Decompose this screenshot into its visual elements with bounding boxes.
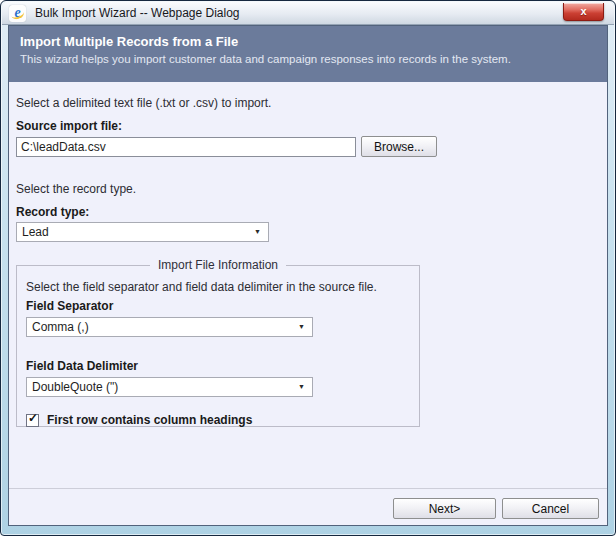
page-subtitle: This wizard helps you import customer da… xyxy=(20,53,596,65)
field-delimiter-select[interactable]: DoubleQuote (") ▼ xyxy=(26,377,313,397)
first-row-checkbox-row[interactable]: ✓ First row contains column headings xyxy=(26,413,410,427)
dialog-body: Import Multiple Records from a File This… xyxy=(8,25,608,526)
cancel-button[interactable]: Cancel xyxy=(502,498,599,519)
page-title: Import Multiple Records from a File xyxy=(20,34,596,49)
record-type-select[interactable]: Lead ▼ xyxy=(16,222,269,242)
source-file-input[interactable] xyxy=(16,137,356,157)
footer-button-bar: Next> Cancel xyxy=(9,488,607,525)
close-button[interactable]: x xyxy=(563,3,604,21)
field-delimiter-selected-value: DoubleQuote (") xyxy=(32,380,118,394)
close-icon: x xyxy=(580,6,586,17)
wizard-header: Import Multiple Records from a File This… xyxy=(9,26,607,82)
browse-button[interactable]: Browse... xyxy=(361,136,437,157)
titlebar: e Bulk Import Wizard -- Webpage Dialog x xyxy=(2,2,614,25)
import-file-information-groupbox: Import File Information Select the field… xyxy=(16,258,420,427)
chevron-down-icon: ▼ xyxy=(298,383,305,390)
field-separator-label: Field Separator xyxy=(26,299,410,313)
record-type-selected-value: Lead xyxy=(22,225,49,239)
chevron-down-icon: ▼ xyxy=(298,323,305,330)
chevron-down-icon: ▼ xyxy=(254,228,261,235)
bulk-import-wizard-dialog: e Bulk Import Wizard -- Webpage Dialog x… xyxy=(0,0,616,536)
field-separator-select[interactable]: Comma (,) ▼ xyxy=(26,317,313,337)
first-row-checkbox-label: First row contains column headings xyxy=(47,413,252,427)
internet-explorer-icon: e xyxy=(9,5,26,22)
groupbox-legend: Import File Information xyxy=(150,258,286,272)
record-type-instruction: Select the record type. xyxy=(16,157,600,196)
window-title: Bulk Import Wizard -- Webpage Dialog xyxy=(35,6,240,20)
file-instruction: Select a delimited text file (.txt or .c… xyxy=(16,82,600,110)
check-icon: ✓ xyxy=(28,412,38,425)
record-type-label: Record type: xyxy=(16,205,600,219)
field-separator-selected-value: Comma (,) xyxy=(32,320,89,334)
separator-instruction: Select the field separator and field dat… xyxy=(26,280,410,294)
first-row-checkbox[interactable]: ✓ xyxy=(26,414,39,427)
field-delimiter-label: Field Data Delimiter xyxy=(26,359,410,373)
wizard-content: Select a delimited text file (.txt or .c… xyxy=(9,82,607,525)
source-file-row: Browse... xyxy=(16,136,600,157)
next-button[interactable]: Next> xyxy=(393,498,496,519)
source-file-label: Source import file: xyxy=(16,119,600,133)
